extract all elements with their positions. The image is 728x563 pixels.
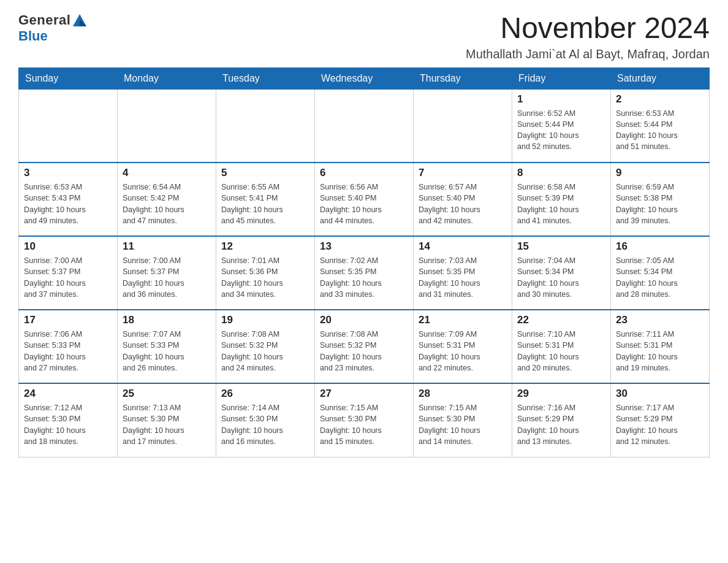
day-number: 8: [517, 167, 605, 179]
day-info: Sunrise: 6:55 AM Sunset: 5:41 PM Dayligh…: [221, 182, 309, 226]
day-number: 30: [616, 388, 704, 400]
day-info: Sunrise: 7:05 AM Sunset: 5:34 PM Dayligh…: [616, 255, 704, 300]
logo-general-text: General: [18, 12, 70, 28]
calendar-cell: 3Sunrise: 6:53 AM Sunset: 5:43 PM Daylig…: [19, 163, 118, 236]
header: General Blue November 2024 Muthallath Ja…: [18, 12, 710, 61]
calendar-week-row: 17Sunrise: 7:06 AM Sunset: 5:33 PM Dayli…: [19, 310, 710, 383]
day-info: Sunrise: 7:02 AM Sunset: 5:35 PM Dayligh…: [320, 255, 408, 300]
header-day-wednesday: Wednesday: [315, 67, 414, 89]
calendar-cell: [19, 89, 118, 163]
day-number: 23: [616, 314, 704, 326]
location-title: Muthallath Jami`at Al al Bayt, Mafraq, J…: [466, 47, 710, 61]
day-info: Sunrise: 7:07 AM Sunset: 5:33 PM Dayligh…: [123, 329, 211, 373]
calendar-cell: 18Sunrise: 7:07 AM Sunset: 5:33 PM Dayli…: [118, 310, 216, 383]
calendar-cell: 17Sunrise: 7:06 AM Sunset: 5:33 PM Dayli…: [19, 310, 118, 383]
calendar-cell: 13Sunrise: 7:02 AM Sunset: 5:35 PM Dayli…: [315, 236, 414, 310]
day-info: Sunrise: 7:00 AM Sunset: 5:37 PM Dayligh…: [123, 255, 211, 300]
calendar-cell: 20Sunrise: 7:08 AM Sunset: 5:32 PM Dayli…: [315, 310, 414, 383]
day-info: Sunrise: 7:08 AM Sunset: 5:32 PM Dayligh…: [320, 329, 408, 373]
day-info: Sunrise: 6:52 AM Sunset: 5:44 PM Dayligh…: [517, 108, 605, 153]
calendar-cell: 16Sunrise: 7:05 AM Sunset: 5:34 PM Dayli…: [611, 236, 710, 310]
calendar-week-row: 10Sunrise: 7:00 AM Sunset: 5:37 PM Dayli…: [19, 236, 710, 310]
calendar-cell: 12Sunrise: 7:01 AM Sunset: 5:36 PM Dayli…: [216, 236, 315, 310]
day-info: Sunrise: 7:08 AM Sunset: 5:32 PM Dayligh…: [221, 329, 309, 373]
header-day-saturday: Saturday: [611, 67, 710, 89]
day-number: 24: [24, 388, 112, 400]
calendar-cell: 25Sunrise: 7:13 AM Sunset: 5:30 PM Dayli…: [118, 383, 216, 457]
calendar-week-row: 1Sunrise: 6:52 AM Sunset: 5:44 PM Daylig…: [19, 89, 710, 163]
calendar-cell: 14Sunrise: 7:03 AM Sunset: 5:35 PM Dayli…: [414, 236, 512, 310]
day-info: Sunrise: 7:00 AM Sunset: 5:37 PM Dayligh…: [24, 255, 112, 300]
header-day-thursday: Thursday: [414, 67, 512, 89]
day-number: 13: [320, 240, 408, 253]
calendar-cell: [414, 89, 512, 163]
day-number: 7: [419, 167, 507, 179]
calendar-cell: 23Sunrise: 7:11 AM Sunset: 5:31 PM Dayli…: [611, 310, 710, 383]
calendar-cell: 24Sunrise: 7:12 AM Sunset: 5:30 PM Dayli…: [19, 383, 118, 457]
calendar-cell: 6Sunrise: 6:56 AM Sunset: 5:40 PM Daylig…: [315, 163, 414, 236]
day-number: 5: [221, 167, 309, 179]
day-number: 16: [616, 240, 704, 253]
logo-triangle-icon: [73, 14, 86, 26]
day-number: 11: [123, 240, 211, 253]
day-number: 29: [517, 388, 605, 400]
day-number: 14: [419, 240, 507, 253]
day-info: Sunrise: 7:13 AM Sunset: 5:30 PM Dayligh…: [123, 402, 211, 447]
day-number: 22: [517, 314, 605, 326]
calendar-cell: [216, 89, 315, 163]
day-info: Sunrise: 6:53 AM Sunset: 5:43 PM Dayligh…: [24, 182, 112, 226]
calendar-cell: 29Sunrise: 7:16 AM Sunset: 5:29 PM Dayli…: [512, 383, 611, 457]
header-day-monday: Monday: [118, 67, 216, 89]
header-day-sunday: Sunday: [19, 67, 118, 89]
day-number: 9: [616, 167, 704, 179]
logo: General Blue: [18, 12, 86, 44]
day-number: 4: [123, 167, 211, 179]
calendar-cell: [118, 89, 216, 163]
day-number: 19: [221, 314, 309, 326]
day-number: 18: [123, 314, 211, 326]
calendar-cell: 21Sunrise: 7:09 AM Sunset: 5:31 PM Dayli…: [414, 310, 512, 383]
day-info: Sunrise: 6:57 AM Sunset: 5:40 PM Dayligh…: [419, 182, 507, 226]
calendar-cell: 8Sunrise: 6:58 AM Sunset: 5:39 PM Daylig…: [512, 163, 611, 236]
calendar-cell: 15Sunrise: 7:04 AM Sunset: 5:34 PM Dayli…: [512, 236, 611, 310]
day-info: Sunrise: 7:12 AM Sunset: 5:30 PM Dayligh…: [24, 402, 112, 447]
header-day-friday: Friday: [512, 67, 611, 89]
calendar-cell: 7Sunrise: 6:57 AM Sunset: 5:40 PM Daylig…: [414, 163, 512, 236]
calendar-cell: 11Sunrise: 7:00 AM Sunset: 5:37 PM Dayli…: [118, 236, 216, 310]
calendar-cell: 4Sunrise: 6:54 AM Sunset: 5:42 PM Daylig…: [118, 163, 216, 236]
day-info: Sunrise: 7:11 AM Sunset: 5:31 PM Dayligh…: [616, 329, 704, 373]
calendar-cell: 30Sunrise: 7:17 AM Sunset: 5:29 PM Dayli…: [611, 383, 710, 457]
calendar-cell: 2Sunrise: 6:53 AM Sunset: 5:44 PM Daylig…: [611, 89, 710, 163]
calendar-cell: 1Sunrise: 6:52 AM Sunset: 5:44 PM Daylig…: [512, 89, 611, 163]
day-number: 12: [221, 240, 309, 253]
day-info: Sunrise: 7:09 AM Sunset: 5:31 PM Dayligh…: [419, 329, 507, 373]
header-day-tuesday: Tuesday: [216, 67, 315, 89]
day-number: 21: [419, 314, 507, 326]
day-info: Sunrise: 7:01 AM Sunset: 5:36 PM Dayligh…: [221, 255, 309, 300]
day-info: Sunrise: 6:53 AM Sunset: 5:44 PM Dayligh…: [616, 108, 704, 153]
title-area: November 2024 Muthallath Jami`at Al al B…: [466, 12, 710, 61]
calendar-cell: 9Sunrise: 6:59 AM Sunset: 5:38 PM Daylig…: [611, 163, 710, 236]
day-number: 20: [320, 314, 408, 326]
day-info: Sunrise: 7:16 AM Sunset: 5:29 PM Dayligh…: [517, 402, 605, 447]
day-info: Sunrise: 6:58 AM Sunset: 5:39 PM Dayligh…: [517, 182, 605, 226]
day-number: 10: [24, 240, 112, 253]
calendar-cell: 27Sunrise: 7:15 AM Sunset: 5:30 PM Dayli…: [315, 383, 414, 457]
calendar-table: SundayMondayTuesdayWednesdayThursdayFrid…: [18, 67, 710, 458]
day-number: 15: [517, 240, 605, 253]
day-info: Sunrise: 7:03 AM Sunset: 5:35 PM Dayligh…: [419, 255, 507, 300]
day-number: 28: [419, 388, 507, 400]
day-info: Sunrise: 7:04 AM Sunset: 5:34 PM Dayligh…: [517, 255, 605, 300]
day-info: Sunrise: 7:17 AM Sunset: 5:29 PM Dayligh…: [616, 402, 704, 447]
month-title: November 2024: [466, 12, 710, 45]
day-info: Sunrise: 7:15 AM Sunset: 5:30 PM Dayligh…: [320, 402, 408, 447]
calendar-week-row: 3Sunrise: 6:53 AM Sunset: 5:43 PM Daylig…: [19, 163, 710, 236]
logo-blue-text: Blue: [18, 28, 48, 44]
calendar-header-row: SundayMondayTuesdayWednesdayThursdayFrid…: [19, 67, 710, 89]
day-number: 6: [320, 167, 408, 179]
day-number: 1: [517, 93, 605, 105]
day-number: 25: [123, 388, 211, 400]
calendar-cell: 5Sunrise: 6:55 AM Sunset: 5:41 PM Daylig…: [216, 163, 315, 236]
day-info: Sunrise: 7:15 AM Sunset: 5:30 PM Dayligh…: [419, 402, 507, 447]
calendar-cell: 22Sunrise: 7:10 AM Sunset: 5:31 PM Dayli…: [512, 310, 611, 383]
